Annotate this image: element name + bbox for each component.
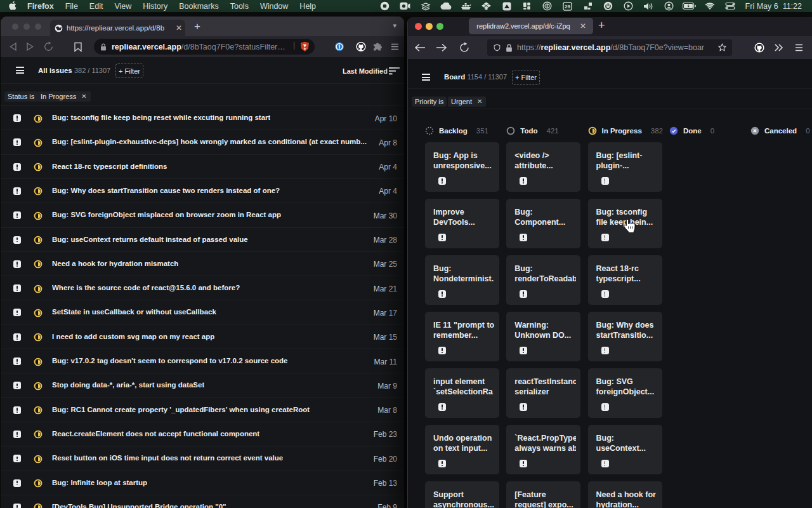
svg-text:29: 29 xyxy=(565,4,570,10)
